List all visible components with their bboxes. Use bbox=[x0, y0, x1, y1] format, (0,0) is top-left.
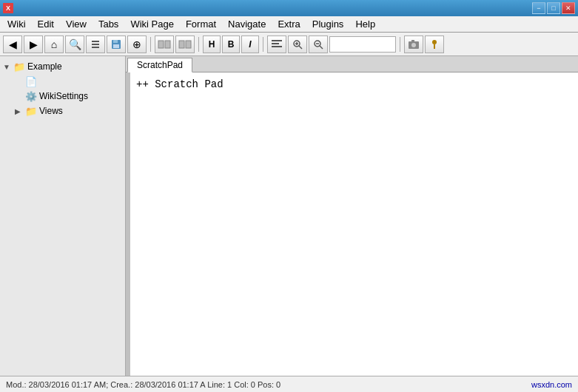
minimize-button[interactable]: − bbox=[532, 2, 545, 14]
editor-content[interactable]: ++ Scratch Pad bbox=[126, 72, 578, 376]
zoom-out-icon bbox=[313, 39, 323, 50]
sidebar-item-views[interactable]: ▶ 📁 Views bbox=[0, 104, 125, 118]
folder-icon-views: 📁 bbox=[25, 105, 37, 117]
save-icon bbox=[110, 38, 122, 50]
svg-rect-0 bbox=[92, 41, 99, 42]
next-page-button[interactable] bbox=[175, 36, 195, 53]
menu-wiki-page[interactable]: Wiki Page bbox=[124, 17, 180, 31]
prev-page-button[interactable] bbox=[155, 36, 174, 53]
menu-help[interactable]: Help bbox=[349, 17, 381, 31]
sidebar-item-blank[interactable]: 📄 bbox=[0, 74, 125, 89]
menu-format[interactable]: Format bbox=[180, 17, 222, 31]
expand-icon-example: ▼ bbox=[3, 63, 13, 71]
bold-button[interactable]: B bbox=[222, 36, 240, 53]
separator-1 bbox=[150, 37, 151, 52]
home-button[interactable]: ⌂ bbox=[44, 36, 64, 53]
svg-rect-22 bbox=[411, 40, 414, 42]
doc-icon-blank: 📄 bbox=[25, 75, 37, 87]
svg-rect-1 bbox=[92, 44, 99, 45]
heading-button[interactable]: H bbox=[203, 36, 221, 53]
index-icon bbox=[90, 39, 101, 50]
svg-point-21 bbox=[411, 43, 416, 47]
title-bar-controls: − □ ✕ bbox=[532, 2, 575, 14]
menu-wiki[interactable]: Wiki bbox=[1, 17, 32, 31]
svg-rect-7 bbox=[165, 41, 170, 48]
sidebar-item-wikisettings[interactable]: ⚙️ WikiSettings bbox=[0, 89, 125, 104]
svg-line-18 bbox=[320, 46, 323, 49]
tab-bar: ScratchPad bbox=[126, 56, 578, 72]
svg-rect-9 bbox=[186, 41, 191, 48]
save-button[interactable] bbox=[107, 36, 126, 53]
toolbar: ◀ ▶ ⌂ 🔍 ⊕ H B I bbox=[0, 33, 578, 56]
title-bar: X − □ ✕ bbox=[0, 0, 578, 16]
menu-plugins[interactable]: Plugins bbox=[306, 17, 350, 31]
maximize-button[interactable]: □ bbox=[547, 2, 560, 14]
zoom-in-icon bbox=[292, 39, 303, 50]
prev-page-icon bbox=[157, 39, 172, 50]
italic-button[interactable]: I bbox=[241, 36, 259, 53]
zoom-in-button[interactable] bbox=[288, 36, 307, 53]
title-bar-left: X bbox=[3, 3, 16, 13]
menu-navigate[interactable]: Navigate bbox=[222, 17, 272, 31]
search-input[interactable] bbox=[329, 36, 396, 53]
search-button[interactable]: 🔍 bbox=[65, 36, 84, 53]
svg-rect-10 bbox=[272, 40, 282, 41]
expand-icon-views: ▶ bbox=[15, 107, 25, 115]
separator-3 bbox=[263, 37, 263, 52]
svg-rect-11 bbox=[272, 43, 279, 44]
align-icon bbox=[272, 40, 282, 49]
status-main-text: Mod.: 28/03/2016 01:17 AM; Crea.: 28/03/… bbox=[6, 380, 280, 389]
sidebar-label-wikisettings: WikiSettings bbox=[39, 91, 88, 101]
zoom-out-button[interactable] bbox=[309, 36, 328, 53]
sidebar-label-views: Views bbox=[39, 106, 63, 116]
svg-line-14 bbox=[299, 46, 302, 49]
settings-icon-wikisettings: ⚙️ bbox=[25, 90, 37, 102]
svg-rect-2 bbox=[92, 47, 99, 48]
separator-2 bbox=[198, 37, 199, 52]
sidebar-item-example[interactable]: ▼ 📁 Example bbox=[0, 59, 125, 74]
expand-icon-wikisettings bbox=[15, 92, 25, 101]
menu-bar: Wiki Edit View Tabs Wiki Page Format Nav… bbox=[0, 16, 578, 33]
camera-icon bbox=[408, 39, 420, 50]
folder-icon-example: 📁 bbox=[13, 61, 25, 72]
editor-text: ++ Scratch Pad bbox=[136, 78, 224, 90]
svg-rect-6 bbox=[158, 41, 164, 48]
svg-rect-4 bbox=[113, 40, 118, 43]
editor-area: ScratchPad ++ Scratch Pad bbox=[126, 56, 578, 376]
sidebar: ▼ 📁 Example 📄 ⚙️ WikiSettings ▶ 📁 Views bbox=[0, 56, 126, 376]
pin-button[interactable] bbox=[425, 36, 444, 53]
menu-extra[interactable]: Extra bbox=[272, 17, 306, 31]
separator-4 bbox=[400, 37, 400, 52]
new-button[interactable]: ⊕ bbox=[127, 36, 147, 53]
tab-scratchpad[interactable]: ScratchPad bbox=[127, 58, 192, 72]
pin-icon bbox=[429, 39, 440, 50]
svg-rect-5 bbox=[113, 44, 119, 48]
tab-scratchpad-label: ScratchPad bbox=[137, 60, 183, 70]
sidebar-label-example: Example bbox=[27, 61, 62, 72]
svg-point-23 bbox=[432, 40, 437, 44]
camera-button[interactable] bbox=[404, 36, 423, 53]
status-right-text: wsxdn.com bbox=[531, 380, 572, 389]
next-page-icon bbox=[178, 39, 192, 50]
index-button[interactable] bbox=[86, 36, 105, 53]
menu-edit[interactable]: Edit bbox=[32, 17, 60, 31]
forward-button[interactable]: ▶ bbox=[24, 36, 43, 53]
svg-rect-8 bbox=[179, 41, 184, 48]
expand-icon-blank bbox=[15, 78, 25, 86]
svg-rect-12 bbox=[272, 46, 282, 47]
menu-view[interactable]: View bbox=[60, 17, 93, 31]
main-area: ▼ 📁 Example 📄 ⚙️ WikiSettings ▶ 📁 Views … bbox=[0, 56, 578, 376]
back-button[interactable]: ◀ bbox=[3, 36, 22, 53]
menu-tabs[interactable]: Tabs bbox=[93, 17, 124, 31]
app-icon: X bbox=[3, 3, 13, 13]
align-button[interactable] bbox=[267, 36, 286, 53]
status-bar: Mod.: 28/03/2016 01:17 AM; Crea.: 28/03/… bbox=[0, 376, 578, 392]
close-button[interactable]: ✕ bbox=[562, 2, 575, 14]
